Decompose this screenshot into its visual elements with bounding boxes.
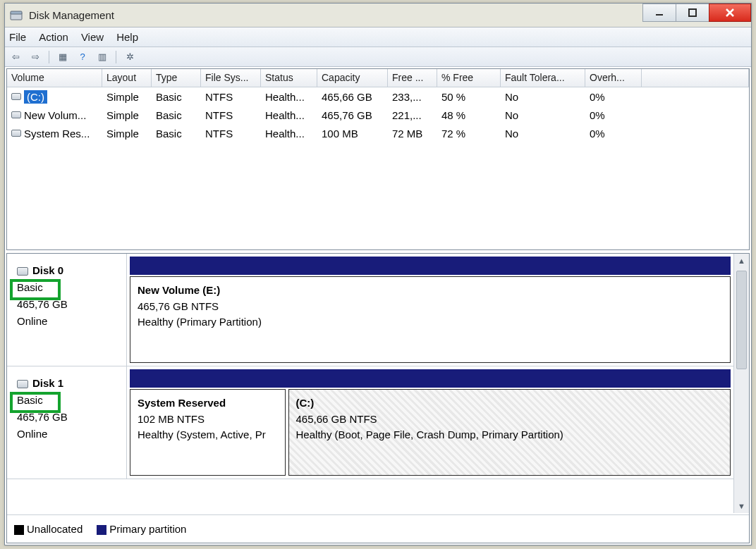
partition-title: New Volume (E:) [138,283,723,299]
col-overhead[interactable]: Overh... [585,69,642,87]
disk-size: 465,76 GB [17,409,119,426]
legend-primary: Primary partition [97,523,186,535]
volume-icon [11,111,21,118]
col-capacity[interactable]: Capacity [317,69,388,87]
disk-rows: Disk 0Basic465,76 GBOnlineNew Volume (E:… [7,254,733,513]
volume-name: New Volum... [24,109,86,121]
partition-title: System Reserved [138,395,278,412]
disk-state: Online [17,426,119,443]
window-controls [643,4,751,25]
col-fault[interactable]: Fault Tolera... [501,69,585,87]
disk-icon [17,380,28,388]
volume-row[interactable]: System Res...SimpleBasicNTFSHealth...100… [7,124,749,142]
disk-icon [17,267,28,276]
disk-type: Basic [17,392,119,409]
partition-size: 102 MB NTFS [138,412,278,428]
window-title: Disk Management [29,9,114,21]
help-icon[interactable]: ? [76,51,89,63]
scroll-thumb[interactable] [736,271,747,369]
disk-row: Disk 0Basic465,76 GBOnlineNew Volume (E:… [7,254,733,366]
partition-title: (C:) [296,395,723,412]
volume-rows: (C:)SimpleBasicNTFSHealth...465,66 GB233… [7,87,749,249]
disk-graphical-view: Disk 0Basic465,76 GBOnlineNew Volume (E:… [6,253,750,543]
menu-help[interactable]: Help [116,31,138,43]
grid-icon[interactable]: ▦ [56,51,69,63]
disk-row: Disk 1Basic465,76 GBOnlineSystem Reserve… [7,366,733,479]
col-status[interactable]: Status [261,69,317,87]
partition-status: Healthy (Primary Partition) [138,314,723,331]
disk-info[interactable]: Disk 0Basic465,76 GBOnline [7,254,127,366]
svg-rect-3 [689,9,696,16]
col-layout[interactable]: Layout [102,69,152,87]
volume-icon [11,93,21,100]
menu-action[interactable]: Action [39,31,68,43]
menubar: File Action View Help [5,27,751,47]
disk-partitions: New Volume (E:)465,76 GB NTFSHealthy (Pr… [127,254,733,366]
col-pfree[interactable]: % Free [437,69,501,87]
close-button[interactable] [709,4,751,22]
partition[interactable]: System Reserved102 MB NTFSHealthy (Syste… [130,389,286,476]
col-fs[interactable]: File Sys... [201,69,261,87]
list-icon[interactable]: ▥ [96,51,109,63]
separator [49,51,49,63]
disk-info[interactable]: Disk 1Basic465,76 GBOnline [7,366,127,479]
volume-name: (C:) [24,90,47,104]
col-type[interactable]: Type [152,69,201,87]
partition-status: Healthy (System, Active, Pr [138,427,278,443]
minimize-button[interactable] [642,4,676,22]
disk-state: Online [17,313,119,330]
back-icon[interactable]: ⇦ [9,51,22,63]
partition-header-bar [130,257,731,275]
scroll-up-icon[interactable]: ▲ [734,254,749,268]
menu-file[interactable]: File [9,31,26,43]
partition[interactable]: New Volume (E:)465,76 GB NTFSHealthy (Pr… [130,276,731,363]
disk-name: Disk 0 [32,264,63,276]
partition-header-bar [130,369,731,388]
partition-size: 465,66 GB NTFS [296,412,723,428]
svg-rect-1 [11,11,22,14]
titlebar[interactable]: Disk Management [5,4,751,27]
col-spacer [642,69,749,87]
legend-unallocated: Unallocated [14,523,83,535]
maximize-button[interactable] [676,4,709,22]
partition[interactable]: (C:)465,66 GB NTFSHealthy (Boot, Page Fi… [288,389,731,476]
swatch-navy-icon [97,525,106,535]
forward-icon[interactable]: ⇨ [29,51,42,63]
volume-list: Volume Layout Type File Sys... Status Ca… [6,68,750,250]
volume-icon [11,130,21,137]
legend: Unallocated Primary partition [7,514,749,543]
volume-row[interactable]: (C:)SimpleBasicNTFSHealth...465,66 GB233… [7,87,749,106]
col-volume[interactable]: Volume [7,69,102,87]
disk-name: Disk 1 [32,377,63,389]
scroll-down-icon[interactable]: ▼ [734,499,749,513]
disk-partitions: System Reserved102 MB NTFSHealthy (Syste… [127,366,733,479]
swatch-black-icon [14,525,24,535]
vertical-scrollbar[interactable]: ▲ ▼ [733,254,749,513]
separator [116,51,116,63]
partition-size: 465,76 GB NTFS [138,299,723,315]
disk-size: 465,76 GB [17,296,119,313]
toolbar: ⇦ ⇨ ▦ ? ▥ ✲ [5,47,751,67]
partition-status: Healthy (Boot, Page File, Crash Dump, Pr… [296,427,723,443]
volume-name: System Res... [24,128,90,140]
disk-management-window: Disk Management File Action View Help ⇦ … [4,3,752,545]
column-headers: Volume Layout Type File Sys... Status Ca… [7,69,749,87]
volume-row[interactable]: New Volum...SimpleBasicNTFSHealth...465,… [7,106,749,124]
col-free[interactable]: Free ... [388,69,437,87]
app-icon [9,8,23,23]
disk-type: Basic [17,279,119,296]
refresh-icon[interactable]: ✲ [123,51,136,63]
menu-view[interactable]: View [81,31,104,43]
